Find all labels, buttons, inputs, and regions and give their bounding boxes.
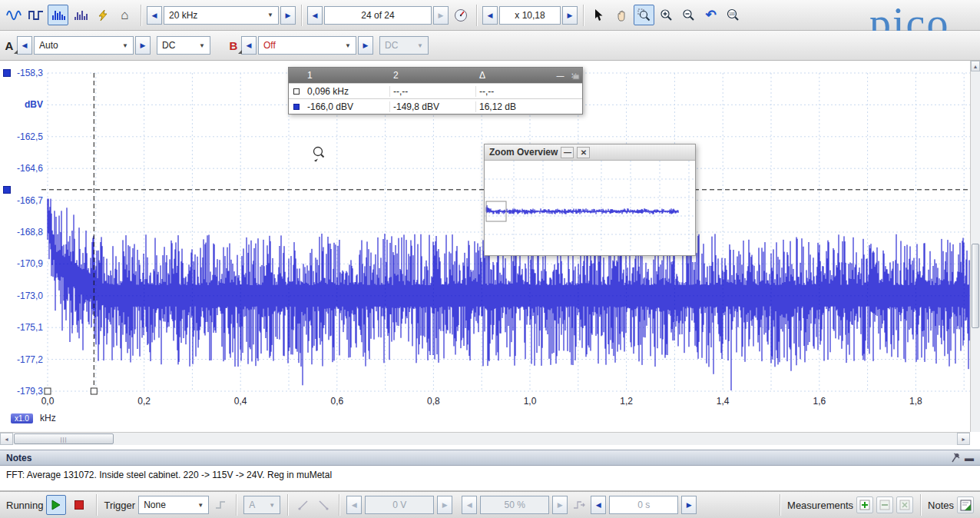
toolbar-separator bbox=[96, 494, 97, 516]
ruler-legend-window[interactable]: 1 2 Δ — ✕ 0,096 kHz --,-- --,-- -166,0 d… bbox=[288, 67, 583, 115]
running-status-label: Running bbox=[6, 500, 43, 511]
y-tick-label: -177,2 bbox=[3, 354, 43, 365]
pretrigger-decrease-button[interactable]: ◀ bbox=[462, 496, 477, 514]
channel-a-range-next-button[interactable]: ▶ bbox=[135, 36, 151, 55]
zoom-overview-plot[interactable] bbox=[485, 161, 695, 253]
y-tick-label: -179,3 bbox=[3, 386, 43, 397]
timebase-select[interactable]: 20 kHz ▼ bbox=[164, 6, 279, 25]
persistence-view-icon[interactable] bbox=[25, 5, 46, 25]
add-measurement-button[interactable] bbox=[856, 496, 873, 513]
vertical-scroll-thumb[interactable] bbox=[972, 244, 979, 328]
normal-select-tool-icon[interactable] bbox=[589, 5, 610, 25]
hand-pan-tool-icon[interactable] bbox=[611, 5, 632, 25]
channel-b-range-next-button[interactable]: ▶ bbox=[358, 36, 373, 55]
toolbar-separator bbox=[920, 494, 921, 516]
buffer-overview-icon[interactable] bbox=[450, 5, 471, 25]
zoom-100-tool-icon[interactable]: 100 bbox=[723, 5, 743, 25]
signal-generator-icon[interactable] bbox=[92, 5, 113, 25]
channel-a-axis-marker[interactable] bbox=[3, 69, 11, 77]
channel-a-range-prev-button[interactable]: ◀ bbox=[17, 36, 32, 55]
marquee-zoom-tool-icon[interactable] bbox=[634, 5, 654, 25]
y-tick-label: -168,8 bbox=[3, 227, 43, 237]
zoom-overview-window[interactable]: Zoom Overview — ✕ bbox=[484, 144, 696, 256]
notes-minimize-icon[interactable]: ▬ bbox=[965, 453, 974, 463]
timebase-prev-button[interactable]: ◀ bbox=[147, 6, 162, 25]
trigger-mode-select[interactable]: None ▼ bbox=[138, 496, 209, 514]
toolbar-separator bbox=[780, 494, 780, 516]
channel-b-coupling-select[interactable]: DC ▼ bbox=[379, 36, 429, 55]
undo-zoom-icon[interactable]: ↶ bbox=[700, 5, 721, 25]
y-tick-label: -175,1 bbox=[3, 322, 43, 333]
channel-b-range-prev-button[interactable]: ◀ bbox=[241, 36, 257, 55]
channel-b-range-select[interactable]: Off ▼ bbox=[258, 36, 356, 55]
buffer-next-button[interactable]: ▶ bbox=[433, 6, 449, 25]
notes-toggle-button[interactable] bbox=[957, 496, 974, 513]
y-tick-label: -166,7 bbox=[3, 195, 43, 206]
amplitude-ruler-handle[interactable] bbox=[3, 186, 11, 194]
main-toolbar: ⌂ ◀ 20 kHz ▼ ▶ ◀ 24 of 24 ▶ ◀ x 10,18 ▶ bbox=[0, 0, 980, 31]
run-button[interactable] bbox=[46, 495, 66, 515]
scroll-right-button[interactable]: ▸ bbox=[957, 433, 970, 445]
svg-text:100: 100 bbox=[729, 12, 735, 16]
spectrum-mode-icon[interactable] bbox=[70, 5, 91, 25]
zoom-overview-minimize-button[interactable]: — bbox=[561, 147, 574, 158]
zoom-increase-button[interactable]: ▶ bbox=[562, 6, 578, 25]
spectrum-chart-area: -158,3dBV-162,5-164,6-166,7-168,8-170,9-… bbox=[0, 61, 980, 450]
pretrigger-increase-button[interactable]: ▶ bbox=[552, 496, 568, 514]
ruler-legend-minimize-button[interactable]: — bbox=[554, 70, 567, 81]
ruler-column-1-header: 1 bbox=[304, 70, 390, 81]
x-axis-multiplier-badge[interactable]: x1.0 bbox=[11, 413, 33, 423]
ruler-column-2-header: 2 bbox=[390, 70, 476, 81]
trigger-threshold-field[interactable]: 0 V bbox=[365, 496, 434, 514]
channel-b-range-value: Off bbox=[263, 40, 276, 51]
buffer-prev-button[interactable]: ◀ bbox=[307, 6, 323, 25]
trigger-edge-icon[interactable] bbox=[212, 496, 229, 513]
rising-edge-icon[interactable] bbox=[295, 496, 312, 513]
zoom-overview-titlebar[interactable]: Zoom Overview — ✕ bbox=[485, 144, 695, 161]
toolbar-separator bbox=[339, 494, 339, 516]
horizontal-scroll-thumb[interactable]: ||| bbox=[14, 433, 114, 444]
notes-panel-header[interactable]: Notes ▬ bbox=[0, 450, 980, 466]
frequency-ruler-row: 0,096 kHz --,-- --,-- bbox=[289, 83, 582, 98]
trigger-mode-value: None bbox=[144, 500, 166, 510]
stop-button[interactable] bbox=[69, 495, 89, 515]
trigger-delay-icon[interactable] bbox=[571, 496, 588, 513]
edit-measurement-button[interactable] bbox=[876, 496, 893, 513]
falling-edge-icon[interactable] bbox=[315, 496, 332, 513]
pin-icon[interactable] bbox=[951, 453, 960, 463]
delete-measurement-button[interactable] bbox=[896, 496, 913, 513]
zoom-overview-close-button[interactable]: ✕ bbox=[577, 147, 590, 158]
ruler-delta-header: Δ bbox=[476, 70, 553, 81]
trigger-source-select[interactable]: A ▼ bbox=[243, 496, 280, 514]
spectrum-view-icon[interactable] bbox=[48, 5, 68, 25]
home-icon[interactable]: ⌂ bbox=[114, 5, 135, 25]
vertical-scrollbar[interactable]: ▴ bbox=[970, 61, 980, 432]
notes-panel-title: Notes bbox=[6, 453, 31, 463]
notes-panel-body[interactable]: FFT: Average 131072. Inside steel cabine… bbox=[0, 466, 980, 491]
timebase-next-button[interactable]: ▶ bbox=[280, 6, 296, 25]
x-tick-label: 0,8 bbox=[421, 396, 445, 407]
threshold-increase-button[interactable]: ▶ bbox=[437, 496, 452, 514]
delay-decrease-button[interactable]: ◀ bbox=[591, 496, 606, 514]
pretrigger-field[interactable]: 50 % bbox=[480, 496, 549, 514]
channel-a-coupling-select[interactable]: DC ▼ bbox=[157, 36, 210, 55]
threshold-decrease-button[interactable]: ◀ bbox=[346, 496, 362, 514]
scope-view-icon[interactable] bbox=[3, 5, 24, 25]
lock-icon[interactable] bbox=[572, 71, 580, 80]
notes-text: FFT: Average 131072. Inside steel cabine… bbox=[6, 470, 332, 480]
zoom-out-tool-icon[interactable] bbox=[678, 5, 699, 25]
channel-a-label[interactable]: A bbox=[3, 39, 15, 52]
trigger-delay-field[interactable]: 0 s bbox=[609, 496, 678, 514]
x-tick-label: 1,4 bbox=[710, 396, 735, 407]
horizontal-scroll-track[interactable]: ||| bbox=[13, 433, 957, 445]
scroll-left-button[interactable]: ◂ bbox=[0, 433, 13, 445]
channel-b-label[interactable]: B bbox=[227, 39, 240, 52]
zoom-in-tool-icon[interactable] bbox=[656, 5, 677, 25]
horizontal-scrollbar[interactable]: ◂ ||| ▸ bbox=[0, 432, 970, 445]
trigger-label: Trigger bbox=[104, 500, 135, 511]
channel-a-range-select[interactable]: Auto ▼ bbox=[34, 36, 134, 55]
scroll-up-button[interactable]: ▴ bbox=[971, 61, 980, 71]
delay-increase-button[interactable]: ▶ bbox=[681, 496, 697, 514]
x-tick-label: 1,6 bbox=[807, 396, 832, 407]
zoom-decrease-button[interactable]: ◀ bbox=[482, 6, 498, 25]
